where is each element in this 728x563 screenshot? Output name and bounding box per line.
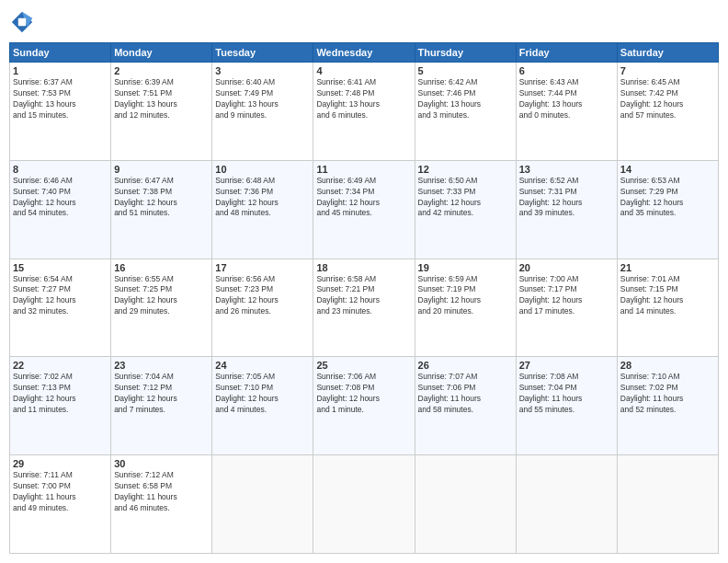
day-number: 24 [215, 360, 310, 371]
calendar-table: SundayMondayTuesdayWednesdayThursdayFrid… [9, 42, 719, 554]
svg-rect-2 [18, 18, 26, 26]
day-info: Sunrise: 6:43 AM Sunset: 7:44 PM Dayligh… [519, 77, 614, 121]
day-info: Sunrise: 7:07 AM Sunset: 7:06 PM Dayligh… [418, 372, 513, 416]
calendar-cell: 1Sunrise: 6:37 AM Sunset: 7:53 PM Daylig… [10, 63, 111, 161]
day-number: 2 [114, 65, 209, 76]
day-number: 26 [418, 360, 513, 371]
day-number: 27 [519, 360, 614, 371]
day-number: 22 [13, 360, 108, 371]
calendar-cell [415, 455, 516, 554]
weekday-header-thursday: Thursday [415, 43, 516, 63]
day-info: Sunrise: 7:08 AM Sunset: 7:04 PM Dayligh… [519, 372, 614, 416]
logo-icon [9, 9, 35, 35]
calendar-cell: 24Sunrise: 7:05 AM Sunset: 7:10 PM Dayli… [212, 357, 313, 455]
day-info: Sunrise: 6:59 AM Sunset: 7:19 PM Dayligh… [418, 274, 513, 318]
day-number: 18 [316, 262, 411, 273]
calendar-cell: 8Sunrise: 6:46 AM Sunset: 7:40 PM Daylig… [10, 160, 111, 259]
day-info: Sunrise: 6:55 AM Sunset: 7:25 PM Dayligh… [114, 274, 209, 318]
calendar-cell: 19Sunrise: 6:59 AM Sunset: 7:19 PM Dayli… [415, 259, 516, 357]
day-info: Sunrise: 6:37 AM Sunset: 7:53 PM Dayligh… [13, 77, 108, 121]
calendar-cell: 4Sunrise: 6:41 AM Sunset: 7:48 PM Daylig… [313, 63, 415, 161]
calendar-cell [516, 455, 617, 554]
day-number: 1 [13, 65, 108, 76]
weekday-header-monday: Monday [111, 43, 212, 63]
calendar-cell: 14Sunrise: 6:53 AM Sunset: 7:29 PM Dayli… [617, 160, 718, 259]
day-info: Sunrise: 7:02 AM Sunset: 7:13 PM Dayligh… [13, 372, 108, 416]
day-number: 4 [316, 65, 411, 76]
day-info: Sunrise: 7:06 AM Sunset: 7:08 PM Dayligh… [316, 372, 411, 416]
weekday-header-tuesday: Tuesday [212, 43, 313, 63]
calendar-week-3: 15Sunrise: 6:54 AM Sunset: 7:27 PM Dayli… [10, 259, 719, 357]
day-number: 21 [620, 262, 715, 273]
calendar-cell: 25Sunrise: 7:06 AM Sunset: 7:08 PM Dayli… [313, 357, 415, 455]
day-number: 16 [114, 262, 209, 273]
day-info: Sunrise: 6:41 AM Sunset: 7:48 PM Dayligh… [316, 77, 411, 121]
calendar-cell: 30Sunrise: 7:12 AM Sunset: 6:58 PM Dayli… [111, 455, 212, 554]
calendar-cell: 20Sunrise: 7:00 AM Sunset: 7:17 PM Dayli… [516, 259, 617, 357]
calendar-cell: 7Sunrise: 6:45 AM Sunset: 7:42 PM Daylig… [617, 63, 718, 161]
day-info: Sunrise: 7:10 AM Sunset: 7:02 PM Dayligh… [620, 372, 715, 416]
calendar-cell: 16Sunrise: 6:55 AM Sunset: 7:25 PM Dayli… [111, 259, 212, 357]
day-number: 17 [215, 262, 310, 273]
calendar-cell: 23Sunrise: 7:04 AM Sunset: 7:12 PM Dayli… [111, 357, 212, 455]
day-number: 6 [519, 65, 614, 76]
weekday-header-row: SundayMondayTuesdayWednesdayThursdayFrid… [10, 43, 719, 63]
day-info: Sunrise: 6:42 AM Sunset: 7:46 PM Dayligh… [418, 77, 513, 121]
calendar-cell: 9Sunrise: 6:47 AM Sunset: 7:38 PM Daylig… [111, 160, 212, 259]
day-number: 19 [418, 262, 513, 273]
calendar-cell: 2Sunrise: 6:39 AM Sunset: 7:51 PM Daylig… [111, 63, 212, 161]
weekday-header-sunday: Sunday [10, 43, 111, 63]
calendar-week-1: 1Sunrise: 6:37 AM Sunset: 7:53 PM Daylig… [10, 63, 719, 161]
day-number: 3 [215, 65, 310, 76]
day-info: Sunrise: 6:46 AM Sunset: 7:40 PM Dayligh… [13, 176, 108, 220]
day-number: 28 [620, 360, 715, 371]
day-info: Sunrise: 6:40 AM Sunset: 7:49 PM Dayligh… [215, 77, 310, 121]
day-number: 11 [316, 164, 411, 175]
logo [9, 9, 39, 35]
calendar-week-4: 22Sunrise: 7:02 AM Sunset: 7:13 PM Dayli… [10, 357, 719, 455]
day-number: 20 [519, 262, 614, 273]
calendar-cell: 11Sunrise: 6:49 AM Sunset: 7:34 PM Dayli… [313, 160, 415, 259]
day-number: 15 [13, 262, 108, 273]
day-info: Sunrise: 6:54 AM Sunset: 7:27 PM Dayligh… [13, 274, 108, 318]
day-number: 29 [13, 458, 108, 469]
day-info: Sunrise: 6:52 AM Sunset: 7:31 PM Dayligh… [519, 176, 614, 220]
weekday-header-friday: Friday [516, 43, 617, 63]
page: SundayMondayTuesdayWednesdayThursdayFrid… [0, 0, 728, 563]
calendar-cell: 28Sunrise: 7:10 AM Sunset: 7:02 PM Dayli… [617, 357, 718, 455]
day-info: Sunrise: 6:58 AM Sunset: 7:21 PM Dayligh… [316, 274, 411, 318]
calendar-week-5: 29Sunrise: 7:11 AM Sunset: 7:00 PM Dayli… [10, 455, 719, 554]
day-number: 13 [519, 164, 614, 175]
day-info: Sunrise: 7:05 AM Sunset: 7:10 PM Dayligh… [215, 372, 310, 416]
day-info: Sunrise: 7:11 AM Sunset: 7:00 PM Dayligh… [13, 470, 108, 514]
day-number: 30 [114, 458, 209, 469]
calendar-cell: 18Sunrise: 6:58 AM Sunset: 7:21 PM Dayli… [313, 259, 415, 357]
calendar-week-2: 8Sunrise: 6:46 AM Sunset: 7:40 PM Daylig… [10, 160, 719, 259]
calendar-cell: 13Sunrise: 6:52 AM Sunset: 7:31 PM Dayli… [516, 160, 617, 259]
calendar-cell [212, 455, 313, 554]
weekday-header-saturday: Saturday [617, 43, 718, 63]
day-info: Sunrise: 7:01 AM Sunset: 7:15 PM Dayligh… [620, 274, 715, 318]
day-info: Sunrise: 6:50 AM Sunset: 7:33 PM Dayligh… [418, 176, 513, 220]
day-info: Sunrise: 6:39 AM Sunset: 7:51 PM Dayligh… [114, 77, 209, 121]
calendar-cell: 27Sunrise: 7:08 AM Sunset: 7:04 PM Dayli… [516, 357, 617, 455]
calendar-cell: 6Sunrise: 6:43 AM Sunset: 7:44 PM Daylig… [516, 63, 617, 161]
day-number: 5 [418, 65, 513, 76]
calendar-cell: 15Sunrise: 6:54 AM Sunset: 7:27 PM Dayli… [10, 259, 111, 357]
day-info: Sunrise: 6:56 AM Sunset: 7:23 PM Dayligh… [215, 274, 310, 318]
calendar-cell [313, 455, 415, 554]
day-info: Sunrise: 6:45 AM Sunset: 7:42 PM Dayligh… [620, 77, 715, 121]
calendar-cell: 10Sunrise: 6:48 AM Sunset: 7:36 PM Dayli… [212, 160, 313, 259]
calendar-cell: 29Sunrise: 7:11 AM Sunset: 7:00 PM Dayli… [10, 455, 111, 554]
weekday-header-wednesday: Wednesday [313, 43, 415, 63]
calendar-cell: 3Sunrise: 6:40 AM Sunset: 7:49 PM Daylig… [212, 63, 313, 161]
day-number: 8 [13, 164, 108, 175]
calendar-cell: 12Sunrise: 6:50 AM Sunset: 7:33 PM Dayli… [415, 160, 516, 259]
day-info: Sunrise: 6:48 AM Sunset: 7:36 PM Dayligh… [215, 176, 310, 220]
day-number: 10 [215, 164, 310, 175]
day-info: Sunrise: 7:00 AM Sunset: 7:17 PM Dayligh… [519, 274, 614, 318]
calendar-cell: 17Sunrise: 6:56 AM Sunset: 7:23 PM Dayli… [212, 259, 313, 357]
day-info: Sunrise: 6:47 AM Sunset: 7:38 PM Dayligh… [114, 176, 209, 220]
day-info: Sunrise: 7:12 AM Sunset: 6:58 PM Dayligh… [114, 470, 209, 514]
header [9, 9, 719, 35]
